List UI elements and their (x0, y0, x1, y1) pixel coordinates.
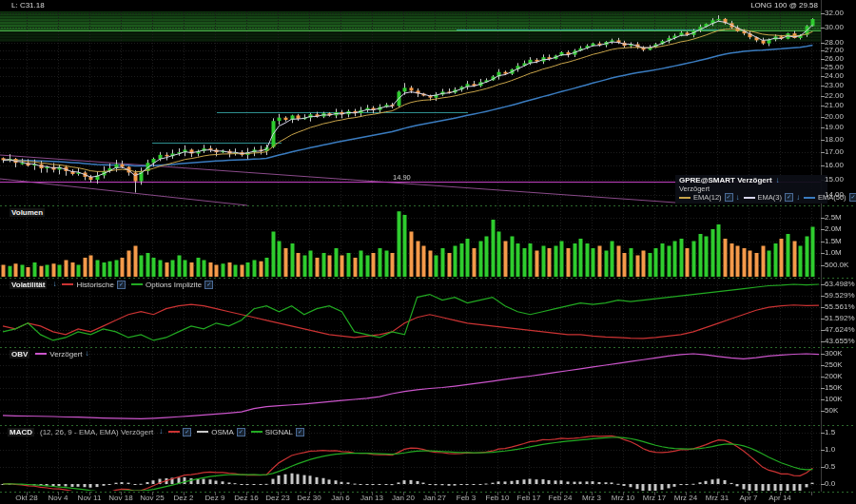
macd-dropdown-arrow-icon[interactable] (159, 428, 163, 436)
axis-tick-label: 22.00 (825, 92, 844, 100)
axis-tick-label: 2.5M (825, 214, 842, 222)
trading-chart-window: L: C31.18 LONG 100 @ 29.58 14.90 GPRE@SM… (0, 0, 856, 504)
signal-visibility-checkbox[interactable] (296, 428, 304, 436)
volatility-dropdown-arrow-icon[interactable] (52, 281, 56, 288)
price-legend: GPRE@SMART Verzögert Verzögert EMA(12)EM… (675, 175, 827, 204)
macd-panel-title: MACD (8, 428, 34, 436)
axis-tick-label: 51.592% (825, 315, 855, 322)
axis-tick-label: 1.5M (825, 238, 842, 245)
axis-tick-label: 18.00 (825, 136, 844, 144)
signal-legend-item: SIGNAL (251, 428, 304, 436)
volume-panel-header: Volumen (10, 207, 45, 217)
axis-tick-label: 0.5 (825, 463, 835, 471)
axis-tick-label: 23.00 (825, 82, 844, 89)
axis-tick-label: 2.0M (825, 225, 842, 233)
macd-line-swatch (168, 431, 180, 433)
axis-tick-label: 250K (825, 361, 843, 369)
obv-legend-item: Verzögert (35, 350, 88, 359)
ema-visibility-checkbox[interactable] (785, 193, 793, 202)
implied-label: Options Implizite (146, 281, 202, 289)
implied-legend-item: Options Implizite (131, 281, 213, 289)
ema-visibility-checkbox[interactable] (725, 193, 733, 202)
obv-delayed-label: Verzögert (49, 350, 82, 359)
symbol-label[interactable]: GPRE@SMART Verzögert (679, 176, 772, 184)
ema-label: EMA(12) (693, 193, 722, 202)
axis-tick-label: 24.00 (825, 72, 844, 80)
date-axis-label: Apr 14 (758, 494, 802, 502)
axis-tick-label: 32.00 (825, 10, 844, 17)
axis-tick-label: 15.00 (825, 176, 844, 184)
ema-dropdown-arrow-icon[interactable] (736, 194, 740, 202)
ema-dropdown-arrow-icon[interactable] (796, 194, 800, 202)
signal-label: SIGNAL (265, 428, 293, 436)
axis-tick-label: 59.529% (825, 292, 855, 300)
signal-line-swatch (251, 431, 263, 433)
osma-label: OSMA (211, 428, 234, 436)
axis-tick-label: 1.5 (825, 429, 835, 436)
osma-line-swatch (197, 431, 208, 433)
axis-tick-label: 21.00 (825, 102, 844, 109)
position-info: LONG 100 @ 29.58 (750, 1, 818, 10)
axis-tick-label: 30.00 (825, 24, 844, 31)
axis-tick-label: 150K (825, 384, 843, 392)
axis-tick-label: 63.498% (825, 281, 855, 288)
price-level-label: 14.90 (393, 174, 411, 182)
ema-line-swatch (744, 197, 755, 199)
last-price-info: L: C31.18 (11, 1, 45, 10)
axis-tick-label: 26.00 (825, 55, 844, 63)
ema-line-swatch (679, 197, 691, 199)
axis-tick-label: 200K (825, 373, 843, 380)
chart-overlay: L: C31.18 LONG 100 @ 29.58 14.90 GPRE@SM… (0, 0, 856, 504)
axis-tick-label: 17.00 (825, 148, 844, 156)
delayed-label: Verzögert (679, 184, 824, 193)
axis-tick-label: 47.624% (825, 326, 855, 334)
axis-tick-label: 20.00 (825, 113, 844, 121)
volatility-panel-title: Volatilität (10, 281, 47, 289)
volatility-panel-header: Volatilität Historische Options Implizit… (10, 280, 213, 289)
axis-tick-label: 1.0M (825, 249, 842, 257)
macd-visibility-checkbox[interactable] (183, 428, 191, 436)
axis-tick-label: 25.00 (825, 64, 844, 71)
historic-line-swatch (62, 283, 73, 285)
macd-line-legend-item (168, 428, 191, 436)
osma-visibility-checkbox[interactable] (237, 428, 245, 436)
implied-line-swatch (131, 283, 143, 285)
macd-params-label: (12, 26, 9 - EMA, EMA) Verzögert (40, 428, 153, 436)
axis-tick-label: 16.00 (825, 162, 844, 169)
axis-tick-label: 1.0 (825, 446, 835, 454)
ema-line-swatch (804, 197, 815, 199)
historic-label: Historische (76, 281, 114, 289)
axis-tick-label: 14.00 (825, 191, 844, 199)
axis-tick-label: 0.0 (825, 480, 835, 488)
obv-dropdown-arrow-icon[interactable] (86, 350, 89, 358)
ema-legend-row: EMA(12)EMA(3)EMA(50) (679, 193, 824, 202)
ema-label: EMA(3) (758, 193, 782, 202)
ema-legend-item: EMA(3) (744, 193, 800, 202)
obv-panel-title: OBV (10, 350, 29, 359)
axis-tick-label: 50K (825, 407, 838, 415)
axis-tick-label: 27.00 (825, 47, 844, 54)
macd-panel-header: MACD (12, 26, 9 - EMA, EMA) Verzögert OS… (8, 427, 304, 436)
axis-tick-label: 43.655% (825, 338, 855, 345)
axis-tick-label: 19.00 (825, 124, 844, 131)
osma-legend-item: OSMA (197, 428, 245, 436)
axis-tick-label: 100K (825, 396, 843, 403)
axis-tick-label: 55.561% (825, 303, 855, 311)
ema-legend-item: EMA(12) (679, 193, 740, 202)
historic-legend-item: Historische (62, 281, 126, 289)
obv-line-swatch (35, 353, 47, 355)
implied-visibility-checkbox[interactable] (204, 281, 213, 289)
axis-tick-label: 300K (825, 350, 843, 358)
ema-visibility-checkbox[interactable] (849, 193, 856, 202)
historic-visibility-checkbox[interactable] (117, 281, 126, 289)
symbol-dropdown-arrow-icon[interactable] (776, 177, 780, 184)
axis-tick-label: 500.0K (825, 262, 848, 269)
volume-panel-title: Volumen (10, 208, 45, 217)
obv-panel-header: OBV Verzögert (10, 349, 89, 359)
